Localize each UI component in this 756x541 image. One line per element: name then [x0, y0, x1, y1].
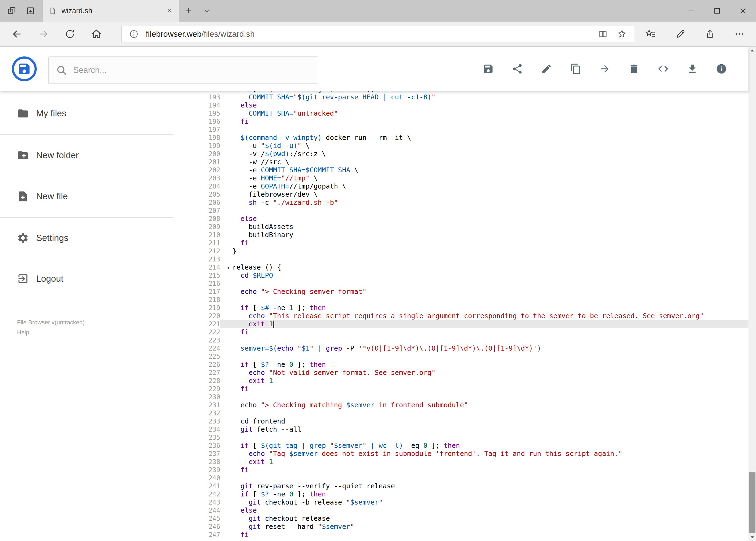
code-line-text[interactable]: [220, 393, 748, 401]
search-box[interactable]: [48, 56, 318, 84]
scroll-up-arrow-icon[interactable]: [748, 47, 756, 54]
code-line[interactable]: 200 -v /$(pwd):/src:z \: [173, 150, 748, 158]
download-button[interactable]: [685, 61, 700, 76]
code-line[interactable]: 220 echo "This release script requires a…: [173, 312, 748, 320]
sidebar-item-new-file[interactable]: New file: [0, 185, 173, 208]
code-line[interactable]: 207: [173, 207, 748, 215]
close-button[interactable]: [730, 0, 756, 22]
hub-favorites-icon[interactable]: [637, 28, 664, 40]
minimize-button[interactable]: [678, 0, 704, 22]
code-line[interactable]: 240: [173, 474, 748, 482]
code-line-text[interactable]: git fetch --all: [220, 425, 748, 433]
code-line-text[interactable]: fi: [220, 328, 748, 336]
code-line-text[interactable]: [220, 474, 748, 482]
code-line[interactable]: 203 -e HOME="//tmp" \: [173, 174, 748, 182]
code-line-text[interactable]: [220, 409, 748, 417]
tab-close-icon[interactable]: [166, 7, 173, 14]
code-line[interactable]: 214▾release () {: [173, 264, 748, 271]
delete-button[interactable]: [627, 61, 641, 76]
new-tab-button[interactable]: [179, 0, 198, 22]
code-line-text[interactable]: buildBinary: [220, 231, 748, 239]
code-line[interactable]: 210 buildBinary: [173, 231, 748, 239]
favorite-star-icon[interactable]: [615, 29, 629, 39]
code-line[interactable]: 216: [173, 279, 748, 287]
code-line-text[interactable]: git reset --hard "$semver": [220, 523, 748, 531]
code-line[interactable]: 234 git fetch --all: [173, 425, 748, 433]
code-line[interactable]: 243 git checkout -b release "$semver": [173, 498, 748, 506]
code-line[interactable]: 233 cd frontend: [173, 417, 748, 425]
scrollbar-thumb[interactable]: [749, 472, 755, 533]
code-line-text[interactable]: if [ $? -ne 0 ]; then: [220, 360, 748, 369]
code-line-text[interactable]: [220, 126, 748, 134]
back-button[interactable]: [4, 28, 30, 40]
info-button[interactable]: [714, 61, 729, 76]
sidebar-item-logout[interactable]: Logout: [0, 267, 173, 290]
code-line-text[interactable]: sh -c "./wizard.sh -b": [220, 199, 748, 207]
code-line-text[interactable]: semver=$(echo "$1" | grep -P '^v(0|[1-9]…: [220, 344, 748, 352]
share-button[interactable]: [510, 61, 525, 76]
code-line[interactable]: 209 buildAssets: [173, 223, 748, 231]
home-button[interactable]: [83, 28, 110, 40]
code-editor[interactable]: 192 if [ "$(command -v git)" != "" ]; th…: [173, 91, 748, 541]
code-line[interactable]: 202 -e COMMIT_SHA=$COMMIT_SHA \: [173, 166, 748, 174]
code-line-text[interactable]: release () {: [220, 264, 748, 271]
code-line[interactable]: 221 exit 1: [173, 320, 748, 328]
code-line[interactable]: 194 else: [173, 101, 748, 109]
code-line-text[interactable]: [220, 352, 748, 360]
sidebar-item-settings[interactable]: Settings: [0, 226, 173, 250]
help-link[interactable]: Help: [17, 327, 85, 337]
code-line[interactable]: 228 exit 1: [173, 377, 748, 385]
code-line[interactable]: 235: [173, 433, 748, 442]
code-line[interactable]: 231 echo "> Checking matching $semver in…: [173, 401, 748, 409]
tab-list-chevron-icon[interactable]: [198, 0, 217, 22]
code-line-text[interactable]: fi: [220, 531, 748, 539]
code-line[interactable]: 195 COMMIT_SHA="untracked": [173, 109, 748, 118]
code-line[interactable]: 244 else: [173, 506, 748, 515]
tab-preview-grid-icon[interactable]: [2, 0, 21, 22]
code-line-text[interactable]: cd frontend: [220, 417, 748, 425]
browser-tab[interactable]: wizard.sh: [43, 0, 179, 22]
vertical-scrollbar[interactable]: [748, 47, 756, 541]
code-line-text[interactable]: if [ $# -ne 1 ]; then: [220, 304, 748, 312]
code-line[interactable]: 193 COMMIT_SHA="$(git rev-parse HEAD | c…: [173, 93, 748, 101]
code-line[interactable]: 241 git rev-parse --verify --quiet relea…: [173, 482, 748, 490]
code-line[interactable]: 197: [173, 126, 748, 134]
code-line-text[interactable]: buildAssets: [220, 223, 748, 231]
code-line[interactable]: 242 if [ $? -ne 0 ]; then: [173, 490, 748, 498]
reading-view-icon[interactable]: [596, 29, 610, 39]
code-line-text[interactable]: -v /$(pwd):/src:z \: [220, 150, 748, 158]
code-line-text[interactable]: else: [220, 506, 748, 515]
code-line-text[interactable]: git rev-parse --verify --quiet release: [220, 482, 748, 490]
set-tabs-aside-icon[interactable]: [21, 0, 40, 22]
forward-button[interactable]: [30, 28, 57, 40]
code-line-text[interactable]: -e HOME="//tmp" \: [220, 174, 748, 182]
filebrowser-logo[interactable]: [12, 56, 37, 81]
code-line[interactable]: 213: [173, 255, 748, 264]
code-line[interactable]: 206 sh -c "./wizard.sh -b": [173, 199, 748, 207]
more-menu-icon[interactable]: [726, 29, 753, 39]
code-line-text[interactable]: }: [220, 247, 748, 255]
code-line-text[interactable]: [220, 433, 748, 442]
code-line[interactable]: 198 $(command -v winpty) docker run --rm…: [173, 134, 748, 142]
code-line[interactable]: 222 fi: [173, 328, 748, 336]
code-line[interactable]: 246 git reset --hard "$semver": [173, 523, 748, 531]
code-line[interactable]: 204 -e GOPATH=//tmp/gopath \: [173, 182, 748, 191]
page-info-icon[interactable]: [127, 29, 141, 39]
scroll-down-arrow-icon[interactable]: [748, 533, 756, 541]
code-line-text[interactable]: [220, 255, 748, 264]
code-view-button[interactable]: [655, 61, 671, 76]
code-line[interactable]: 218: [173, 296, 748, 304]
fold-caret-icon[interactable]: ▾: [227, 264, 230, 271]
code-line[interactable]: 245 git checkout release: [173, 515, 748, 523]
code-line-text[interactable]: -e GOPATH=//tmp/gopath \: [220, 182, 748, 191]
code-line-text[interactable]: echo "> Checking matching $semver in fro…: [220, 401, 748, 409]
copy-button[interactable]: [568, 61, 583, 76]
code-line[interactable]: 232: [173, 409, 748, 417]
code-line[interactable]: 196 fi: [173, 118, 748, 126]
code-line-text[interactable]: else: [220, 101, 748, 109]
code-line-text[interactable]: fi: [220, 239, 748, 247]
search-input[interactable]: [73, 65, 311, 75]
code-line-text[interactable]: -e COMMIT_SHA=$COMMIT_SHA \: [220, 166, 748, 174]
code-line[interactable]: 239 fi: [173, 466, 748, 474]
code-line-text[interactable]: git checkout -b release "$semver": [220, 498, 748, 506]
